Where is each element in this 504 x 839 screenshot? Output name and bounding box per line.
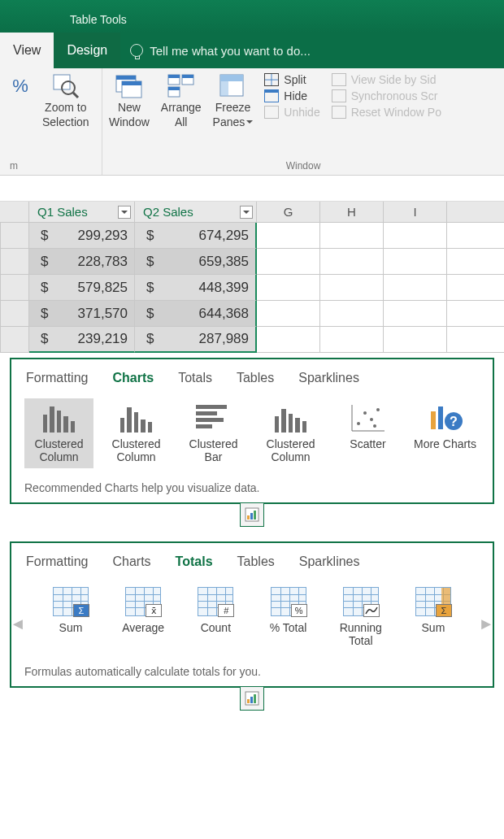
svg-text:?: ? <box>450 415 458 428</box>
svg-rect-12 <box>168 87 180 90</box>
count-icon: # <box>198 587 233 616</box>
arrange-all-button[interactable]: ArrangeAll <box>161 73 202 128</box>
table-row[interactable]: $239,219 $287,989 <box>0 327 504 353</box>
svg-point-26 <box>370 418 373 421</box>
table-row[interactable]: $579,825 $448,399 <box>0 275 504 301</box>
cell[interactable] <box>320 275 384 301</box>
scroll-right-icon[interactable]: ► <box>478 615 494 633</box>
qa-tab-tables[interactable]: Tables <box>237 371 274 385</box>
column-header-q2[interactable]: Q2 Sales <box>135 202 257 223</box>
quick-analysis-launcher-icon[interactable] <box>240 502 264 527</box>
table-row[interactable]: $299,293 $674,295 <box>0 223 504 249</box>
new-window-button[interactable]: NewWindow <box>109 73 150 128</box>
cell[interactable]: $228,783 <box>29 249 135 275</box>
qa-tab-charts[interactable]: Charts <box>112 371 154 385</box>
freeze-panes-button[interactable]: Freeze Panes <box>213 73 254 128</box>
qa-chart-more[interactable]: ? More Charts <box>411 398 480 468</box>
cell[interactable] <box>320 223 384 249</box>
column-header-g[interactable]: G <box>257 202 320 223</box>
cell[interactable]: $579,825 <box>29 275 135 301</box>
cell[interactable]: $448,399 <box>135 275 257 301</box>
qa-total-average[interactable]: x̄ Average <box>111 582 175 652</box>
qa-tab-totals[interactable]: Totals <box>178 371 212 385</box>
qa-tab-formatting[interactable]: Formatting <box>26 554 88 569</box>
cell[interactable] <box>384 327 447 353</box>
quick-analysis-launcher-icon[interactable] <box>240 686 264 711</box>
cell[interactable] <box>384 275 447 301</box>
cell[interactable] <box>384 223 447 249</box>
qa-total-percent[interactable]: % % Total <box>257 582 320 652</box>
cell[interactable] <box>447 249 504 275</box>
qa-tab-totals[interactable]: Totals <box>176 554 213 569</box>
qa-tab-sparklines[interactable]: Sparklines <box>298 371 359 385</box>
cell[interactable] <box>447 223 504 249</box>
cell[interactable]: $299,293 <box>29 223 135 249</box>
row-header[interactable] <box>0 301 29 327</box>
worksheet[interactable]: Q1 Sales Q2 Sales G H I $299,293 $674,29… <box>0 202 504 353</box>
cell[interactable] <box>447 301 504 327</box>
cell[interactable] <box>257 275 320 301</box>
qa-total-running[interactable]: Running Total <box>329 582 393 652</box>
cell[interactable] <box>320 301 384 327</box>
qa-chart-clustered-column-3[interactable]: Clustered Column <box>256 398 325 468</box>
cell[interactable] <box>257 301 320 327</box>
column-header-q1[interactable]: Q1 Sales <box>29 202 135 223</box>
cell[interactable] <box>257 327 320 353</box>
tab-design[interactable]: Design <box>54 33 120 68</box>
svg-rect-6 <box>122 81 141 85</box>
hide-button[interactable]: Hide <box>264 89 319 102</box>
column-header-h[interactable]: H <box>320 202 384 223</box>
cell[interactable] <box>320 249 384 275</box>
percent-button[interactable]: % <box>7 73 34 128</box>
qa-tab-sparklines[interactable]: Sparklines <box>299 554 360 569</box>
svg-rect-18 <box>196 405 227 409</box>
filter-dropdown-icon[interactable] <box>118 206 131 219</box>
qa-chart-scatter[interactable]: Scatter <box>333 398 402 468</box>
window-compare-list: View Side by Sid Synchronous Scr Reset W… <box>332 73 441 128</box>
svg-rect-38 <box>247 699 250 703</box>
unhide-button[interactable]: Unhide <box>264 106 319 119</box>
cell[interactable] <box>384 249 447 275</box>
cell[interactable] <box>257 223 320 249</box>
cell[interactable] <box>320 327 384 353</box>
filter-dropdown-icon[interactable] <box>240 206 253 219</box>
tab-view[interactable]: View <box>0 33 54 68</box>
cell[interactable] <box>447 275 504 301</box>
cell[interactable]: $674,295 <box>135 223 257 249</box>
cell[interactable]: $287,989 <box>135 327 257 353</box>
cell[interactable] <box>384 301 447 327</box>
cell[interactable]: $659,385 <box>135 249 257 275</box>
table-row[interactable]: $371,570 $644,368 <box>0 301 504 327</box>
qa-tab-charts[interactable]: Charts <box>112 554 150 569</box>
select-all-corner[interactable] <box>0 202 29 223</box>
qa-tab-formatting[interactable]: Formatting <box>26 371 88 385</box>
table-row[interactable]: $228,783 $659,385 <box>0 249 504 275</box>
qa-chart-clustered-column-1[interactable]: Clustered Column <box>24 398 93 468</box>
scroll-left-icon[interactable]: ◄ <box>10 615 26 633</box>
tell-me-search[interactable]: Tell me what you want to do... <box>120 44 504 58</box>
cell[interactable] <box>257 249 320 275</box>
qa-total-sum-col[interactable]: Σ Sum <box>402 582 465 652</box>
row-header[interactable] <box>0 249 29 275</box>
cell[interactable] <box>447 327 504 353</box>
qa-footer-text: Formulas automatically calculate totals … <box>24 665 480 678</box>
cell[interactable]: $371,570 <box>29 301 135 327</box>
qa-tab-tables[interactable]: Tables <box>237 554 275 569</box>
qa-total-sum[interactable]: Σ Sum <box>39 582 102 652</box>
cell[interactable]: $239,219 <box>29 327 135 353</box>
row-header[interactable] <box>0 275 29 301</box>
column-chart-icon <box>119 403 154 433</box>
row-header[interactable] <box>0 223 29 249</box>
cell[interactable]: $644,368 <box>135 301 257 327</box>
qa-total-count[interactable]: # Count <box>184 582 247 652</box>
arrange-all-icon <box>167 73 195 99</box>
column-header-i[interactable]: I <box>384 202 447 223</box>
formula-bar[interactable] <box>0 176 504 202</box>
row-header[interactable] <box>0 327 29 353</box>
split-button[interactable]: Split <box>264 73 319 86</box>
qa-chart-clustered-column-2[interactable]: Clustered Column <box>102 398 171 468</box>
qa-chart-clustered-bar[interactable]: Clustered Bar <box>179 398 248 468</box>
zoom-to-selection-button[interactable]: Zoom to Selection <box>42 73 89 128</box>
chevron-down-icon <box>246 120 253 127</box>
svg-rect-21 <box>196 424 212 428</box>
